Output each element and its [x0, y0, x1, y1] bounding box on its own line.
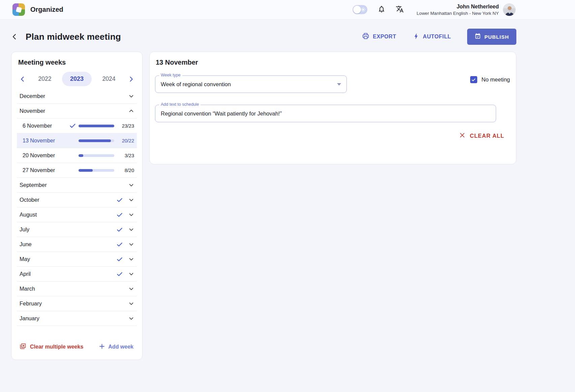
- plus-icon: [99, 343, 105, 351]
- month-name: May: [20, 256, 116, 262]
- month-row[interactable]: March: [17, 282, 137, 296]
- meeting-weeks-panel: Meeting weeks 2022 2023 2024 December No…: [11, 52, 143, 360]
- chevron-down-icon[interactable]: [128, 316, 134, 321]
- chevron-down-icon[interactable]: [128, 286, 134, 292]
- toggle-knob: [353, 6, 361, 13]
- check-icon: [116, 226, 123, 233]
- month-row[interactable]: September: [17, 178, 137, 193]
- chevron-down-icon[interactable]: [128, 212, 134, 218]
- chevron-down-icon[interactable]: [128, 227, 134, 232]
- theme-toggle[interactable]: [353, 5, 367, 14]
- add-week-button[interactable]: Add week: [99, 343, 133, 351]
- week-progress-bar: [79, 169, 114, 172]
- translate-icon: [396, 5, 404, 14]
- month-name: August: [20, 211, 116, 218]
- month-name: November: [20, 108, 128, 114]
- month-row[interactable]: November: [17, 104, 137, 119]
- calendar-check-icon: [475, 33, 481, 40]
- next-year-button[interactable]: [126, 74, 136, 84]
- week-count: 8/20: [125, 168, 135, 173]
- prev-year-button[interactable]: [18, 74, 28, 84]
- user-info[interactable]: John Netherleed Lower Manhattan English …: [417, 4, 499, 16]
- year-2024[interactable]: 2024: [94, 72, 124, 86]
- chevron-down-icon[interactable]: [128, 182, 134, 188]
- sidebar-footer: Clear multiple weeks Add week: [17, 339, 137, 354]
- publish-label: PUBLISH: [484, 34, 509, 40]
- schedule-text-label: Add text to schedule: [159, 102, 201, 107]
- month-row[interactable]: December: [17, 89, 137, 104]
- month-row[interactable]: June: [17, 237, 137, 252]
- export-button[interactable]: EXPORT: [362, 32, 396, 41]
- month-row[interactable]: February: [17, 296, 137, 311]
- month-row[interactable]: October: [17, 193, 137, 207]
- chevron-up-icon[interactable]: [128, 108, 134, 114]
- week-progress-fill: [79, 169, 93, 172]
- month-name: December: [20, 93, 128, 99]
- month-row[interactable]: August: [17, 207, 137, 222]
- printer-icon: [362, 32, 369, 41]
- month-name: June: [20, 241, 116, 248]
- check-icon: [116, 271, 123, 277]
- clear-all-button[interactable]: CLEAR ALL: [459, 132, 504, 140]
- month-row[interactable]: January: [17, 311, 137, 326]
- week-type-label: Week type: [159, 73, 182, 77]
- chevron-down-icon[interactable]: [128, 241, 134, 247]
- month-name: March: [20, 286, 128, 292]
- month-row[interactable]: May: [17, 252, 137, 267]
- chevron-down-icon[interactable]: [128, 197, 134, 203]
- week-progress-bar: [79, 125, 114, 127]
- autofill-button[interactable]: AUTOFILL: [413, 33, 451, 41]
- week-row[interactable]: 20 November 3/23: [17, 148, 137, 163]
- no-meeting-label: No meeting: [482, 76, 510, 83]
- week-progress-fill: [79, 125, 114, 127]
- week-progress-fill: [79, 139, 111, 142]
- clear-multiple-weeks-button[interactable]: Clear multiple weeks: [20, 343, 83, 351]
- notifications-button[interactable]: [377, 5, 386, 14]
- year-2022[interactable]: 2022: [30, 72, 60, 86]
- month-row[interactable]: April: [17, 267, 137, 282]
- check-icon: [116, 197, 123, 203]
- week-date: 13 November: [23, 138, 66, 144]
- week-date: 6 November: [23, 123, 66, 129]
- check-icon: [116, 211, 123, 218]
- week-row[interactable]: 13 November 20/22: [17, 133, 137, 148]
- week-detail-panel: 13 November Week type Week of regional c…: [149, 52, 516, 164]
- chevron-down-icon[interactable]: [128, 256, 134, 262]
- week-progress-bar: [79, 154, 114, 157]
- month-name: January: [20, 315, 128, 322]
- month-name: October: [20, 197, 116, 203]
- back-button[interactable]: [10, 32, 19, 41]
- week-row[interactable]: 6 November 23/23: [17, 119, 137, 133]
- no-meeting-checkbox[interactable]: No meeting: [470, 76, 510, 83]
- chevron-down-icon[interactable]: [128, 271, 134, 277]
- check-icon: [66, 122, 79, 129]
- avatar[interactable]: [503, 3, 516, 16]
- app-name: Organized: [30, 6, 63, 13]
- publish-button[interactable]: PUBLISH: [467, 29, 516, 45]
- app-logo-icon: [12, 3, 25, 16]
- add-week-label: Add week: [108, 344, 133, 350]
- clear-all-label: CLEAR ALL: [470, 133, 504, 139]
- schedule-text-field: Add text to schedule: [155, 105, 496, 122]
- clear-multiple-weeks-label: Clear multiple weeks: [30, 344, 83, 350]
- stacked-squares-x-icon: [20, 343, 26, 351]
- week-type-select[interactable]: Week type Week of regional convention: [155, 75, 347, 93]
- chevron-down-icon[interactable]: [128, 93, 134, 99]
- chevron-down-icon[interactable]: [128, 301, 134, 306]
- month-list: December November 6 November 23/23 13 No…: [17, 89, 137, 326]
- x-mark-icon: [459, 132, 465, 140]
- chevron-down-icon: [337, 83, 341, 86]
- schedule-text-input[interactable]: [161, 110, 490, 117]
- bell-icon: [377, 5, 386, 14]
- month-row[interactable]: July: [17, 222, 137, 237]
- year-navigation: 2022 2023 2024: [18, 72, 136, 86]
- month-name: February: [20, 300, 128, 307]
- check-icon: [116, 256, 123, 263]
- week-date: 20 November: [23, 153, 66, 159]
- week-count: 20/22: [122, 138, 135, 143]
- meeting-weeks-title: Meeting weeks: [17, 59, 137, 66]
- week-row[interactable]: 27 November 8/20: [17, 163, 137, 178]
- language-button[interactable]: [396, 5, 404, 14]
- year-2023-selected[interactable]: 2023: [62, 72, 92, 86]
- top-bar: Organized: [0, 0, 575, 20]
